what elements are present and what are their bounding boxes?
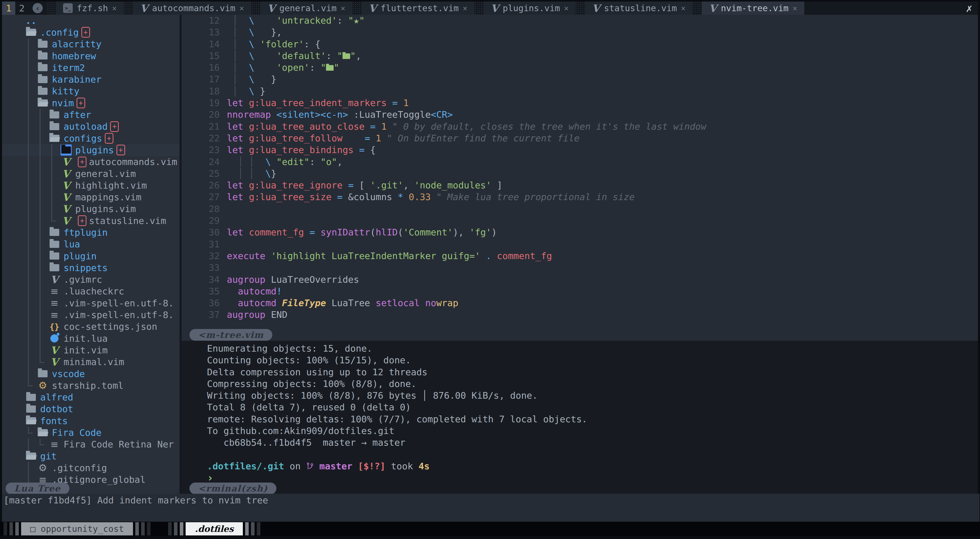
line-number: 15 [181,50,227,62]
folder-open-icon [38,429,48,436]
terminal-output-line: Writing objects: 100% (8/8), 876 bytes │… [181,390,978,401]
tab-fzf.sh[interactable]: >_fzf.sh× [56,2,124,15]
tab-label: statusline.vim [604,3,677,13]
tree-indent-guide [28,439,29,450]
tmux-gradient-stripe [251,522,255,536]
folder-closed-icon [49,262,60,273]
git-unstaged-badge: + [81,27,90,38]
code-line: 33 [181,262,978,273]
prompt-branch: master [320,461,358,471]
folder-closed-icon [26,405,36,413]
vim-icon: V [369,2,377,14]
line-number: 26 [181,180,227,191]
tab-close-icon[interactable]: × [341,4,345,13]
tab-general.vim[interactable]: Vgeneral.vim× [260,2,352,15]
tab-close-icon[interactable]: × [681,4,686,13]
tree-item-label: configs [64,133,102,144]
tab-close-icon[interactable]: × [463,4,468,13]
folder-closed-icon [49,250,60,262]
tree-row-.config[interactable]: .config+ [2,27,180,38]
tmux-gradient-stripe [10,522,13,536]
tab-plugins.vim[interactable]: Vplugins.vim× [484,2,576,15]
tmux-window-1[interactable]: □ opportunity_cost [21,522,133,536]
tab-close-icon[interactable]: × [792,4,797,13]
tree-row-alfred[interactable]: alfred [2,391,180,403]
tree-item-label: iterm2 [52,62,85,73]
terminal-statusline-pill: <rminal(zsh) [189,483,277,494]
tab-label: fluttertest.vim [381,3,459,13]
tree-item-label: alfred [40,392,73,402]
code-text: │ \ } [227,86,266,97]
tab-label: nvim-tree.vim [721,3,789,13]
tab-autocommands.vim[interactable]: Vautocommands.vim× [133,2,251,15]
code-editor-panel[interactable]: 12 │ \ 'untracked': "★"13 │ \ },14 │ \ '… [181,15,978,341]
tab-label: general.vim [280,3,337,13]
vim-file-icon: V [60,204,72,215]
tree-item-label: git [40,451,57,461]
tabpage-number-2[interactable]: 2 [15,2,29,15]
vim-file-icon: V [62,191,70,203]
tree-row-..[interactable]: .. [2,15,180,27]
code-text: execute 'highlight LuaTreeIndentMarker g… [227,250,552,262]
tab-nvim-tree.vim[interactable]: Vnvim-tree.vim× [702,2,804,15]
terminal-output-line: Delta compression using up to 12 threads [181,366,978,378]
vim-icon: V [267,2,275,14]
window-close-icon[interactable]: ✗ [966,2,978,14]
vim-file-icon: V [62,156,70,168]
tmux-gradient-stripe [141,522,145,536]
code-line: 14 │ \ 'folder': { [181,38,978,50]
tabpage-number-1[interactable]: 1 [2,2,15,15]
line-number: 23 [181,144,227,156]
git-unstaged-badge: + [116,145,125,155]
tab-close-icon[interactable]: × [239,4,244,13]
vim-file-icon: V [60,168,72,179]
mini-folder-open-icon [326,65,334,71]
tab-fluttertest.vim[interactable]: Vfluttertest.vim× [361,2,474,15]
lua-file-icon [49,333,60,344]
tree-item-label: snippets [64,262,108,273]
terminal-icon: >_ [63,3,73,13]
tree-item-label: mappings.vim [75,192,142,202]
tmux-gradient-stripe [168,522,172,536]
window-separator[interactable] [180,15,181,494]
tree-item-label: vscode [52,369,85,379]
terminal-output-line: Enumerating objects: 15, done. [181,343,978,355]
tree-indent-corner [40,444,44,445]
terminal-split-panel[interactable]: Enumerating objects: 15, done.Counting o… [181,341,978,494]
json-file-icon: {} [49,321,60,332]
vim-file-icon: V [60,156,72,167]
history-back-icon[interactable]: ‹ [33,3,43,13]
vim-file-icon: V [49,345,60,356]
vim-icon: V [140,2,148,14]
tree-item-label: fonts [40,416,68,426]
tab-statusline.vim[interactable]: Vstatusline.vim× [585,2,693,15]
tree-item-label: coc-settings.json [64,321,157,332]
tree-item-label: homebrew [52,51,96,61]
tree-row-dotbot[interactable]: dotbot [2,403,180,415]
prompt-cursor-char[interactable]: › [181,472,978,484]
terminal-output-line: remote: Resolving deltas: 100% (7/7), co… [181,413,978,425]
line-number: 36 [181,297,227,309]
tree-row-git[interactable]: git [2,450,180,462]
tmux-window-2[interactable]: .dotfiles [186,522,243,536]
line-number: 29 [181,215,227,227]
gear-grey-file-icon: ⚙ [37,462,48,474]
terminal-output-line [181,449,978,460]
code-line: 21let g:lua_tree_auto_close = 1 " 0 by d… [181,121,978,132]
tree-indent-corner [28,385,33,386]
terminal-output-line: To github.com:Akin909/dotfiles.git [181,425,978,437]
tree-indent-guide [40,109,40,362]
tab-close-icon[interactable]: × [112,4,117,13]
tab-close-icon[interactable]: × [564,4,569,13]
file-tree-panel[interactable]: ...config+alacrittyhomebrewiterm2karabin… [2,15,180,494]
line-number: 17 [181,73,227,85]
code-text: │ \ }, [227,27,282,38]
json-file-icon: {} [49,322,59,332]
tree-indent-guide [40,439,40,444]
terminal-output-line: Counting objects: 100% (15/15), done. [181,355,978,366]
vim-icon: V [491,2,499,14]
code-text: │ \ 'default': "", [227,50,361,62]
tree-row-fonts[interactable]: fonts [2,415,180,427]
tree-item-label: minimal.vim [64,357,124,367]
vim-message-line: [master f1bd4f5] Add indent markers to n… [2,494,980,522]
